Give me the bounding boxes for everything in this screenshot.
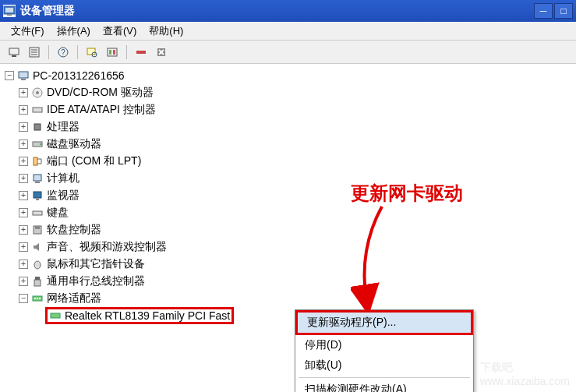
svg-point-36 (34, 261, 41, 269)
expand-icon[interactable]: + (19, 242, 28, 252)
expand-icon[interactable]: + (19, 260, 28, 269)
collapse-icon[interactable]: − (19, 294, 28, 303)
expand-icon[interactable]: + (19, 208, 28, 217)
tree-node-label: IDE ATA/ATAPI 控制器 (47, 103, 156, 117)
svg-rect-14 (109, 50, 111, 55)
ctx-separator (299, 377, 470, 378)
network-device-label: Realtek RTL8139 Family PCI Fast (65, 309, 230, 322)
computer-icon (17, 69, 30, 82)
tree-node-label: 处理器 (47, 120, 80, 134)
expand-icon[interactable]: + (19, 174, 28, 183)
tree-node-mouse[interactable]: + 鼠标和其它指针设备 (5, 256, 571, 273)
svg-rect-25 (34, 124, 41, 130)
tree-node-computer[interactable]: + 计算机 (5, 170, 571, 187)
svg-point-27 (40, 143, 41, 145)
expand-icon[interactable]: + (19, 139, 28, 149)
nic-icon (49, 309, 62, 322)
svg-rect-20 (19, 72, 28, 78)
expand-icon[interactable]: + (19, 105, 28, 115)
tree-root[interactable]: − PC-201312261656 (5, 67, 571, 84)
tree-node-network[interactable]: − 网络适配器 (5, 290, 571, 307)
svg-rect-37 (35, 277, 40, 280)
svg-rect-13 (108, 48, 117, 56)
svg-rect-2 (7, 14, 12, 16)
expand-icon[interactable]: + (19, 225, 28, 235)
svg-rect-40 (34, 298, 36, 299)
menu-action[interactable]: 操作(A) (51, 23, 97, 40)
svg-rect-41 (37, 298, 38, 299)
pc-icon (31, 172, 44, 185)
menu-help[interactable]: 帮助(H) (143, 23, 189, 40)
tree-node-label: DVD/CD-ROM 驱动器 (47, 86, 154, 100)
app-icon (3, 5, 16, 17)
menu-view[interactable]: 查看(V) (97, 23, 143, 40)
ctx-item-label: 卸载(U) (305, 358, 341, 371)
ctx-uninstall[interactable]: 卸载(U) (295, 355, 473, 376)
annotation-label: 更新网卡驱动 (351, 182, 463, 203)
tree-node-label: 声音、视频和游戏控制器 (47, 240, 167, 254)
device-tree: − PC-201312261656 + DVD/CD-ROM 驱动器 + IDE… (0, 64, 576, 392)
tree-node-dvd[interactable]: + DVD/CD-ROM 驱动器 (5, 84, 571, 101)
annotation-arrow (351, 203, 413, 312)
tree-node-sound[interactable]: + 声音、视频和游戏控制器 (5, 238, 571, 256)
svg-rect-28 (34, 157, 37, 165)
tree-node-disk[interactable]: + 磁盘驱动器 (5, 136, 571, 153)
svg-rect-35 (35, 226, 40, 229)
tree-node-usb[interactable]: + 通用串行总线控制器 (5, 273, 571, 290)
svg-text:?: ? (61, 48, 65, 57)
ctx-scan-hardware[interactable]: 扫描检测硬件改动(A) (295, 380, 473, 392)
toolbar-scan-icon[interactable] (84, 44, 100, 60)
tree-leaf-network-device[interactable]: Realtek RTL8139 Family PCI Fast (5, 307, 571, 324)
svg-point-23 (36, 91, 39, 94)
svg-rect-1 (5, 8, 13, 12)
expand-icon[interactable]: + (19, 191, 28, 200)
ctx-update-driver[interactable]: 更新驱动程序(P)... (295, 310, 473, 335)
usb-icon (31, 275, 44, 288)
tree-node-monitor[interactable]: + 监视器 (5, 187, 571, 204)
minimize-button[interactable]: ─ (534, 3, 553, 19)
tree-node-label: 软盘控制器 (47, 223, 101, 237)
toolbar-update-icon[interactable] (104, 44, 120, 60)
svg-rect-21 (21, 79, 26, 80)
expand-icon[interactable]: + (19, 277, 28, 286)
toolbar-properties-icon[interactable] (27, 44, 42, 60)
toolbar-separator (48, 45, 49, 59)
toolbar-uninstall-icon[interactable] (154, 44, 169, 60)
tree-node-ports[interactable]: + 端口 (COM 和 LPT) (5, 153, 571, 170)
titlebar: 设备管理器 ─ □ (0, 0, 576, 22)
svg-rect-3 (9, 48, 19, 55)
tree-root-label: PC-201312261656 (33, 69, 125, 82)
tree-node-keyboard[interactable]: + 键盘 (5, 204, 571, 221)
collapse-icon[interactable]: − (5, 71, 14, 80)
menu-file[interactable]: 文件(F) (5, 23, 51, 40)
monitor-icon (31, 189, 44, 202)
ctx-item-label: 扫描检测硬件改动(A) (305, 383, 407, 392)
svg-rect-33 (33, 211, 42, 215)
ctx-item-label: 更新驱动程序(P)... (307, 316, 396, 328)
expand-icon[interactable]: + (19, 122, 28, 132)
svg-rect-15 (113, 50, 115, 55)
toolbar-help-icon[interactable]: ? (55, 44, 71, 60)
toolbar-computer-icon[interactable] (6, 44, 22, 60)
tree-node-ide[interactable]: + IDE ATA/ATAPI 控制器 (5, 101, 571, 118)
svg-rect-11 (87, 48, 95, 55)
svg-rect-31 (34, 192, 41, 198)
maximize-button[interactable]: □ (554, 3, 573, 19)
toolbar: ? (0, 41, 576, 64)
tree-node-cpu[interactable]: + 处理器 (5, 118, 571, 136)
toolbar-disable-icon[interactable] (133, 44, 149, 60)
tree-node-label: 网络适配器 (47, 291, 101, 305)
ctx-disable[interactable]: 停用(D) (295, 335, 473, 355)
svg-rect-43 (51, 313, 60, 318)
svg-rect-42 (39, 298, 41, 299)
expand-icon[interactable]: + (19, 157, 28, 166)
sound-icon (31, 241, 44, 253)
svg-rect-24 (33, 108, 42, 112)
tree-node-label: 监视器 (47, 189, 80, 203)
blank (33, 311, 42, 320)
tree-node-label: 计算机 (47, 171, 80, 185)
svg-rect-30 (35, 182, 40, 183)
expand-icon[interactable]: + (19, 88, 28, 97)
disk-icon (31, 138, 44, 150)
tree-node-floppy[interactable]: + 软盘控制器 (5, 221, 571, 238)
